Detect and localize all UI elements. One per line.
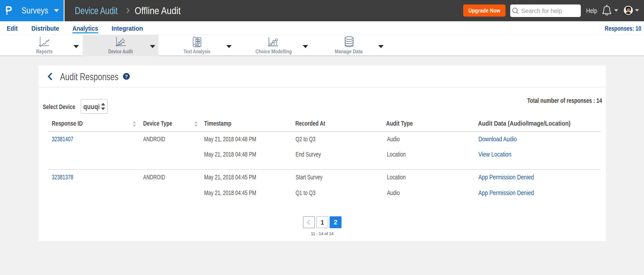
svg-text:?: ?	[125, 74, 128, 79]
